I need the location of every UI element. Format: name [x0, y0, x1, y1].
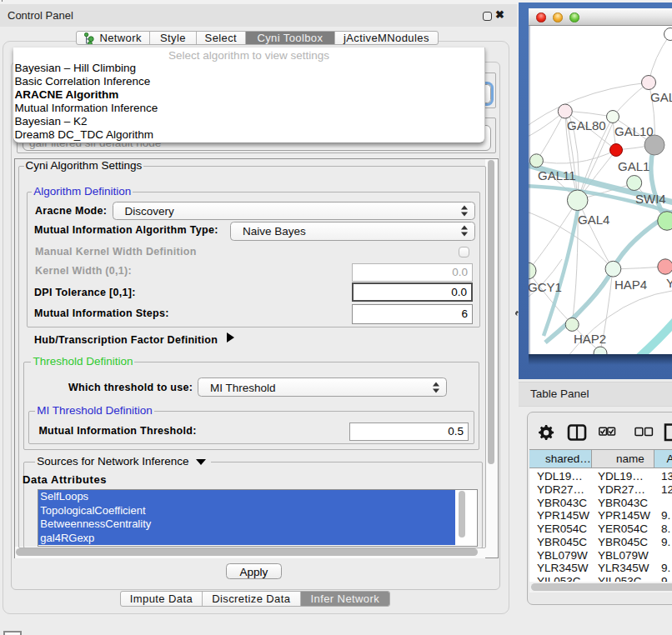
svg-text:GAL4: GAL4 — [578, 212, 609, 227]
svg-text:GCY1: GCY1 — [529, 280, 562, 294]
svg-text:SWI4: SWI4 — [635, 192, 666, 206]
svg-text:HAP4: HAP4 — [614, 278, 647, 292]
svg-text:GAL80: GAL80 — [567, 118, 606, 132]
svg-text:GAL10: GAL10 — [614, 124, 654, 138]
svg-text:Y: Y — [666, 276, 672, 290]
svg-text:GAL: GAL — [650, 90, 672, 104]
svg-text:GAL11: GAL11 — [538, 168, 576, 182]
svg-text:HAP2: HAP2 — [574, 332, 606, 346]
svg-text:GAL1: GAL1 — [618, 159, 649, 173]
